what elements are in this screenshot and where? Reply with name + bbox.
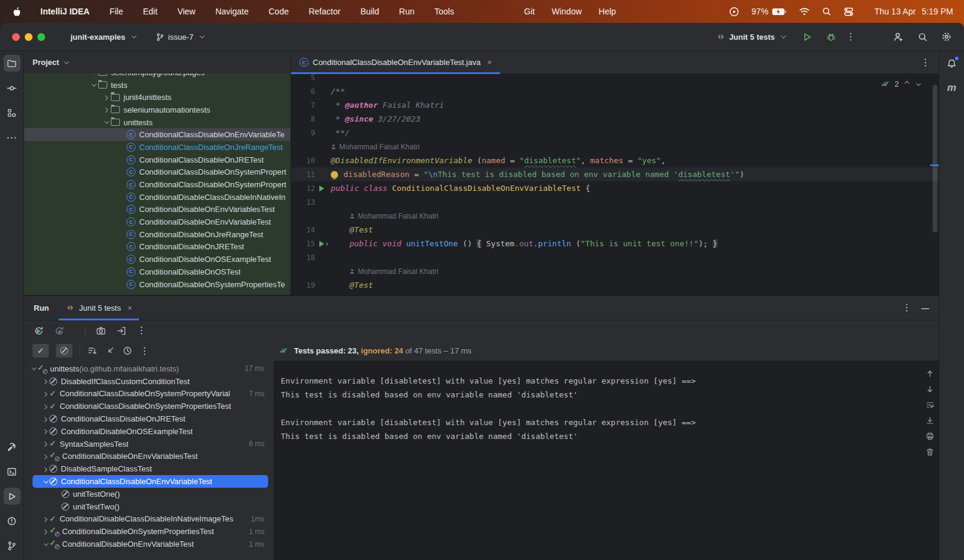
menu-window[interactable]: Window	[552, 7, 582, 16]
structure-tool-button[interactable]	[4, 104, 20, 121]
search-everywhere-button[interactable]	[913, 28, 931, 46]
maven-tool-button[interactable]: m	[944, 79, 960, 96]
run-gutter-slot[interactable]: ›	[315, 240, 331, 248]
scroll-down-button[interactable]	[925, 385, 934, 394]
chevron-down-icon[interactable]	[29, 364, 37, 373]
more-tool-windows-button[interactable]: ⋯	[4, 129, 20, 146]
code-with-me-button[interactable]	[889, 28, 907, 46]
chevron-down-icon[interactable]	[41, 540, 49, 549]
run-tool-button[interactable]	[4, 488, 20, 505]
screen-mirroring-icon[interactable]	[729, 7, 739, 17]
project-tree-item[interactable]: CConditionalClassDisableOnEnvVariableTe	[24, 128, 290, 141]
chevron-right-icon[interactable]	[41, 402, 49, 411]
export-test-results-button[interactable]	[116, 326, 127, 336]
spotlight-search-icon[interactable]	[822, 7, 831, 16]
chevron-right-icon[interactable]	[41, 377, 49, 385]
settings-gear-icon[interactable]	[937, 28, 956, 46]
menu-tools[interactable]: Tools	[434, 7, 454, 16]
project-tree-item[interactable]: CConditionalDisableOnOSTest	[24, 266, 290, 278]
project-tool-button[interactable]	[4, 55, 20, 72]
hide-tool-window-icon[interactable]: —	[921, 303, 929, 313]
project-widget[interactable]: junit-examples	[66, 30, 142, 44]
notifications-bell-icon[interactable]	[944, 55, 960, 72]
previous-problem-icon[interactable]	[902, 80, 910, 89]
chevron-down-icon[interactable]	[89, 73, 98, 76]
chevron-right-icon[interactable]	[102, 105, 110, 114]
test-tree-item[interactable]: ✓ConditionalClassDisableOnSystemProperti…	[24, 400, 274, 412]
soft-wrap-button[interactable]	[925, 400, 934, 409]
menu-build[interactable]: Build	[360, 7, 379, 16]
control-center-icon[interactable]	[844, 7, 854, 16]
menu-view[interactable]: View	[177, 7, 195, 16]
menu-help[interactable]: Help	[599, 7, 616, 16]
project-tree-item[interactable]: CConditionalDisableOnJreRangeTest	[24, 228, 290, 241]
menu-navigate[interactable]: Navigate	[215, 7, 248, 16]
project-tree-item[interactable]: junit4unittests	[24, 91, 290, 104]
project-tree-item[interactable]: CConditionalDisableClassDisableInNativeI…	[24, 191, 290, 204]
project-tree-item[interactable]: CConditionalClassDisableOnSystemPropert	[24, 166, 290, 179]
test-tree-item[interactable]: ConditionalClassDisableOnEnvVariableTest	[33, 475, 268, 488]
author-inlay[interactable]: Mohammad Faisal Khatri	[331, 143, 419, 151]
project-tree-item[interactable]: CConditionalDisableOnOSExampleTest	[24, 253, 290, 266]
test-tree-item[interactable]: DisabledIfClassCustomConditionTest	[24, 375, 274, 388]
scroll-up-button[interactable]	[925, 369, 934, 378]
project-tree-item[interactable]: CConditionalDisableOnSystemPropertiesTe	[24, 278, 290, 291]
close-tab-icon[interactable]: ×	[128, 303, 133, 313]
editor-scrollbar[interactable]	[933, 74, 937, 295]
close-window-button[interactable]	[12, 33, 20, 41]
test-tree-item[interactable]: ✓SyntaxSamplesTest6 ms	[24, 438, 274, 450]
project-tree-item[interactable]: seleniumplayground.pages	[24, 73, 290, 79]
run-options-kebab-icon[interactable]: ⋮	[902, 303, 912, 313]
author-inlay[interactable]: Mohammad Faisal Khatri	[349, 267, 438, 276]
next-problem-icon[interactable]	[913, 80, 922, 89]
filter-kebab-icon[interactable]: ⋮	[140, 346, 149, 356]
menu-edit[interactable]: Edit	[143, 7, 157, 16]
chevron-right-icon[interactable]	[41, 527, 49, 536]
close-tab-icon[interactable]: ×	[487, 58, 492, 67]
project-tree-item[interactable]: CConditionalClassDisableOnJRETest	[24, 154, 290, 166]
menu-code[interactable]: Code	[269, 7, 289, 16]
test-tree-item[interactable]: ✓ConditionalDisableOnEnvVariablesTest	[24, 450, 274, 463]
menu-intellij-idea[interactable]: IntelliJ IDEA	[40, 7, 90, 16]
menu-file[interactable]: File	[110, 7, 124, 16]
editor-options-kebab-icon[interactable]: ⋮	[921, 58, 930, 67]
rerun-failed-button[interactable]	[54, 326, 64, 336]
run-configuration-selector[interactable]: Junit 5 tests	[712, 30, 792, 44]
project-tree-item[interactable]: CConditionalClassDisableOnJreRangeTest	[24, 141, 290, 154]
test-tree-item[interactable]: ConditionalDisableOnOSExampleTest	[24, 425, 274, 438]
test-tree-item[interactable]: ✓ConditionalDisableOnSystemPropertiesTes…	[24, 525, 274, 538]
run-tab[interactable]: Junit 5 tests ×	[58, 296, 139, 320]
chevron-right-icon[interactable]	[102, 93, 110, 102]
thread-dump-button[interactable]	[96, 326, 106, 336]
chevron-right-icon[interactable]	[41, 427, 49, 435]
zoom-window-button[interactable]	[37, 33, 45, 41]
chevron-right-icon[interactable]	[41, 452, 49, 461]
chevron-down-icon[interactable]	[41, 478, 49, 486]
test-tree-item[interactable]: unitTestOne()	[24, 488, 274, 500]
inspections-widget[interactable]: ✓✓ 2	[881, 79, 922, 89]
chevron-right-icon[interactable]	[41, 440, 49, 448]
test-tree-item[interactable]: DisabledSampleClassTest	[24, 462, 274, 475]
rerun-button[interactable]	[34, 326, 44, 336]
apple-menu-icon[interactable]	[11, 6, 20, 17]
project-tree-item[interactable]: tests	[24, 79, 290, 92]
project-panel-header[interactable]: Project	[24, 51, 290, 73]
test-tree-item[interactable]: ✓ConditionalDisableOnEnvVariableTest1 ms	[24, 538, 274, 550]
editor-tab[interactable]: C ConditionalClassDisableOnEnvVariableTe…	[291, 51, 500, 73]
clear-console-trash-button[interactable]	[925, 447, 934, 456]
test-tree-item[interactable]: ✓ConditionalDisableClassDisableInNativeI…	[24, 513, 274, 526]
project-tree-item[interactable]: unittests	[24, 116, 290, 129]
project-tree-item[interactable]: CConditionalDisableOnJRETest	[24, 241, 290, 254]
test-console-output[interactable]: Environment variable [disabletest] with …	[274, 361, 921, 560]
author-inlay[interactable]: Mohammad Faisal Khatri	[349, 212, 438, 220]
debug-button[interactable]	[822, 28, 840, 46]
git-tool-button[interactable]	[4, 537, 20, 554]
commit-tool-button[interactable]	[4, 79, 20, 96]
test-tree-item[interactable]: unitTestTwo()	[24, 500, 274, 513]
test-tree-item[interactable]: ✓ConditionalClassDisableOnSystemProperty…	[24, 388, 274, 400]
menu-run[interactable]: Run	[399, 7, 415, 16]
problems-tool-button[interactable]	[4, 512, 20, 529]
more-actions-kebab-icon[interactable]: ⋮	[846, 32, 856, 42]
chevron-right-icon[interactable]	[41, 465, 49, 473]
scroll-to-end-button[interactable]	[925, 416, 934, 425]
